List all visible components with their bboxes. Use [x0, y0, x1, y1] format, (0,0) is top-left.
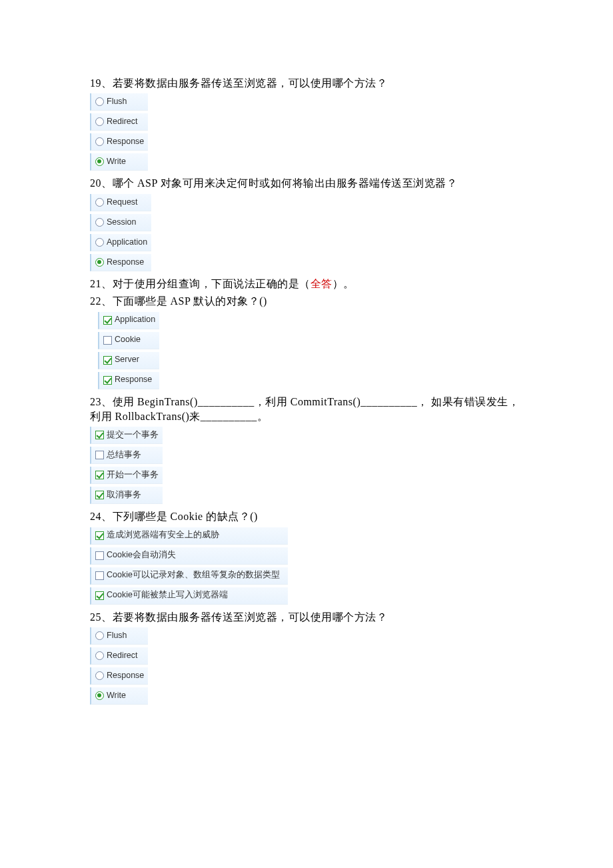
question-25-text: 25、若要将数据由服务器传送至浏览器，可以使用哪个方法？ [90, 610, 526, 625]
option-response[interactable]: Response [90, 133, 148, 151]
option-flush[interactable]: Flush [90, 627, 148, 645]
radio-icon [95, 671, 104, 680]
checkbox-checked-icon [103, 316, 112, 325]
option-begin-trans[interactable]: 开始一个事务 [90, 467, 163, 484]
option-write-blocked[interactable]: Cookie可能被禁止写入浏览器端 [90, 587, 288, 605]
option-application[interactable]: Application [90, 234, 151, 251]
checkbox-checked-icon [103, 356, 112, 365]
option-cancel-trans[interactable]: 取消事务 [90, 487, 163, 504]
question-19-options: Flush Redirect Response Write [90, 92, 148, 173]
option-label: Application [107, 237, 147, 249]
option-flush[interactable]: Flush [90, 93, 148, 111]
option-response[interactable]: Response [98, 372, 159, 389]
option-application[interactable]: Application [98, 312, 159, 329]
checkbox-checked-icon [95, 431, 104, 439]
question-21-text: 21、对于使用分组查询，下面说法正确的是（全答）。 [90, 277, 526, 291]
question-20-options: Request Session Application Response [90, 193, 151, 274]
option-server[interactable]: Server [98, 352, 159, 369]
option-commit-trans[interactable]: 提交一个事务 [90, 427, 163, 444]
checkbox-checked-icon [95, 591, 104, 600]
option-label: 造成浏览器端有安全上的威胁 [107, 529, 219, 541]
radio-selected-icon [95, 157, 104, 166]
option-label: Cookie可能被禁止写入浏览器端 [107, 589, 228, 601]
option-label: Cookie [115, 334, 141, 346]
question-24-options: 造成浏览器端有安全上的威胁 Cookie会自动消失 Cookie可以记录对象、数… [90, 526, 288, 607]
option-label: Response [107, 136, 144, 148]
checkbox-icon [95, 451, 104, 459]
question-23-text: 23、使用 BeginTrans()__________，利用 CommitTr… [90, 395, 526, 425]
option-write[interactable]: Write [90, 687, 148, 705]
question-body-post: ）。 [332, 278, 354, 289]
radio-icon [95, 137, 104, 146]
question-body: 、使用 BeginTrans()__________，利用 CommitTran… [90, 396, 519, 422]
option-summary-trans[interactable]: 总结事务 [90, 447, 163, 464]
question-body: 、哪个 ASP 对象可用来决定何时或如何将输出由服务器端传送至浏览器？ [101, 177, 457, 189]
document-page: 19、若要将数据由服务器传送至浏览器，可以使用哪个方法？ Flush Redir… [0, 0, 613, 774]
option-label: Response [115, 374, 152, 386]
option-label: Write [107, 156, 126, 168]
option-label: Flush [107, 630, 127, 642]
option-redirect[interactable]: Redirect [90, 113, 148, 131]
option-label: Flush [107, 96, 127, 108]
option-label: Request [107, 197, 138, 209]
checkbox-checked-icon [95, 491, 104, 499]
option-label: Response [107, 670, 144, 682]
question-body-red: 全答 [310, 278, 332, 289]
question-number: 25 [90, 611, 101, 623]
radio-icon [95, 238, 104, 247]
option-label: Application [115, 314, 155, 326]
question-body: 、若要将数据由服务器传送至浏览器，可以使用哪个方法？ [101, 77, 387, 89]
option-write[interactable]: Write [90, 153, 148, 171]
question-body: 、下列哪些是 Cookie 的缺点？() [101, 511, 258, 522]
question-19-text: 19、若要将数据由服务器传送至浏览器，可以使用哪个方法？ [90, 76, 526, 91]
radio-icon [95, 117, 104, 126]
checkbox-checked-icon [95, 531, 104, 540]
option-complex-types[interactable]: Cookie可以记录对象、数组等复杂的数据类型 [90, 567, 288, 585]
question-body: 、若要将数据由服务器传送至浏览器，可以使用哪个方法？ [101, 611, 387, 623]
radio-icon [95, 651, 104, 660]
question-number: 20 [90, 177, 101, 189]
option-label: Write [107, 690, 126, 702]
question-number: 24 [90, 511, 101, 522]
question-number: 19 [90, 77, 101, 89]
option-label: Session [107, 217, 136, 229]
checkbox-icon [95, 571, 104, 580]
checkbox-checked-icon [103, 376, 112, 385]
question-number: 23 [90, 396, 101, 407]
option-label: 总结事务 [107, 449, 141, 461]
option-session[interactable]: Session [90, 214, 151, 231]
radio-icon [95, 218, 104, 227]
option-label: 取消事务 [107, 489, 141, 501]
question-20-text: 20、哪个 ASP 对象可用来决定何时或如何将输出由服务器端传送至浏览器？ [90, 176, 526, 191]
option-cookie[interactable]: Cookie [98, 332, 159, 349]
radio-icon [95, 97, 104, 106]
question-number: 21 [90, 278, 101, 289]
radio-icon [95, 198, 104, 207]
question-23-options: 提交一个事务 总结事务 开始一个事务 取消事务 [90, 425, 163, 507]
radio-icon [95, 631, 104, 640]
option-label: Server [115, 354, 139, 366]
option-response[interactable]: Response [90, 254, 151, 271]
option-request[interactable]: Request [90, 194, 151, 211]
option-label: 提交一个事务 [107, 429, 159, 441]
question-22-text: 22、下面哪些是 ASP 默认的对象？() [90, 294, 526, 309]
option-label: Redirect [107, 650, 138, 662]
radio-selected-icon [95, 258, 104, 267]
question-number: 22 [90, 295, 101, 307]
option-response[interactable]: Response [90, 667, 148, 685]
option-label: Cookie会自动消失 [107, 549, 176, 561]
option-auto-disappear[interactable]: Cookie会自动消失 [90, 547, 288, 565]
option-label: Redirect [107, 116, 138, 128]
option-label: Cookie可以记录对象、数组等复杂的数据类型 [107, 569, 280, 581]
option-label: 开始一个事务 [107, 469, 159, 481]
option-security-threat[interactable]: 造成浏览器端有安全上的威胁 [90, 527, 288, 545]
radio-selected-icon [95, 691, 104, 700]
question-body-pre: 、对于使用分组查询，下面说法正确的是（ [101, 278, 310, 289]
checkbox-icon [95, 551, 104, 560]
option-redirect[interactable]: Redirect [90, 647, 148, 665]
question-24-text: 24、下列哪些是 Cookie 的缺点？() [90, 509, 526, 524]
option-label: Response [107, 257, 144, 269]
question-22-options: Application Cookie Server Response [90, 311, 159, 392]
checkbox-icon [103, 336, 112, 345]
checkbox-checked-icon [95, 471, 104, 479]
